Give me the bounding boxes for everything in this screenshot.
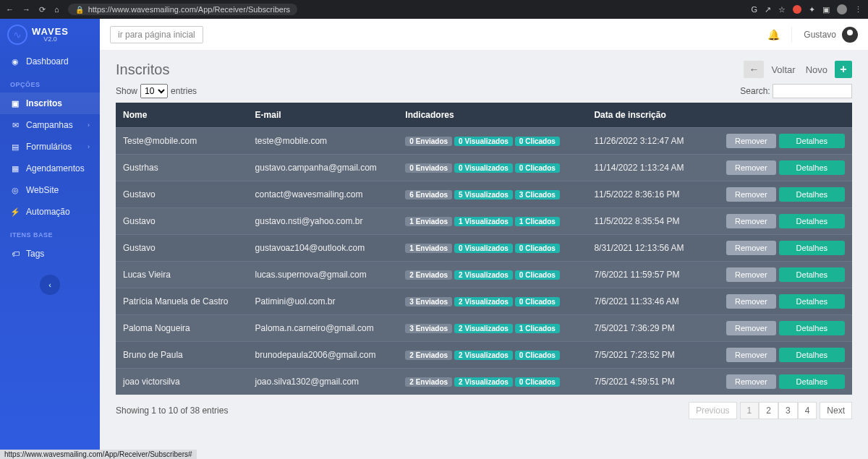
cell-actions: RemoverDetalhes [702, 208, 852, 235]
voltar-button[interactable]: Voltar [768, 64, 798, 75]
sidebar-item-label: Automação [26, 207, 70, 217]
sidebar-item-label: Inscritos [26, 98, 62, 108]
pagination-prev[interactable]: Previous [689, 402, 737, 419]
pagination-page[interactable]: 4 [798, 402, 817, 419]
remove-button[interactable]: Remover [726, 187, 776, 202]
menu-icon[interactable]: ⋮ [854, 5, 862, 14]
avatar-icon [842, 27, 858, 43]
back-button[interactable]: ← [744, 61, 764, 78]
col-nome[interactable]: Nome [116, 103, 248, 128]
forward-icon[interactable]: → [22, 5, 30, 14]
pagination-next[interactable]: Next [820, 402, 852, 419]
home-icon[interactable]: ⌂ [54, 5, 59, 14]
puzzle-icon[interactable]: ✦ [809, 5, 815, 14]
col-indicadores[interactable]: Indicadores [398, 103, 587, 128]
file-icon: ▤ [10, 142, 20, 152]
badge-clicados: 1 Clicados [515, 324, 560, 333]
sidebar-item-website[interactable]: ◎ WebSite [0, 179, 100, 201]
cell-email: gustavo.campanha@gmail.com [248, 155, 399, 181]
novo-button[interactable]: Novo [803, 64, 830, 75]
table-row: Gustavogustavoaz104@outlook.com1 Enviado… [116, 235, 852, 262]
user-menu[interactable]: Gustavo [791, 27, 858, 43]
chevron-right-icon: › [88, 121, 90, 129]
users-icon: ▣ [10, 99, 20, 108]
col-email[interactable]: E-mail [248, 103, 399, 128]
cell-indicadores: 1 Enviados0 Visualizados0 Clicados [398, 235, 587, 262]
sidebar-item-label: Formulários [26, 142, 72, 152]
sidebar-item-agendamentos[interactable]: ▦ Agendamentos [0, 158, 100, 179]
details-button[interactable]: Detalhes [779, 267, 845, 282]
sidebar-item-label: Tags [26, 249, 44, 259]
chevron-right-icon: › [88, 143, 90, 150]
lock-icon: 🔒 [75, 6, 84, 14]
pagination-page[interactable]: 1 [740, 402, 760, 419]
sidebar-item-tags[interactable]: 🏷 Tags [0, 243, 100, 265]
pagination-page[interactable]: 3 [778, 402, 798, 419]
envelope-icon: ✉ [10, 121, 20, 130]
remove-button[interactable]: Remover [726, 241, 776, 255]
table-row: Bruno de Paulabrunodepaula2006@gmail.com… [116, 342, 852, 369]
reload-icon[interactable]: ⟳ [39, 5, 46, 14]
window-icon[interactable]: ▣ [822, 5, 830, 14]
share-icon[interactable]: ↗ [765, 5, 771, 14]
bell-icon[interactable]: 🔔 [767, 29, 780, 40]
details-button[interactable]: Detalhes [779, 294, 845, 309]
gtranslate-icon[interactable]: G [751, 5, 757, 14]
remove-button[interactable]: Remover [726, 348, 776, 362]
table-controls: Show 10 entries Search: [100, 84, 868, 103]
cell-email: lucas.supernova@gmail.com [248, 262, 399, 288]
col-data[interactable]: Data de inscrição [587, 103, 702, 128]
ext-red-icon[interactable] [793, 5, 801, 14]
sidebar-item-formularios[interactable]: ▤ Formulários › [0, 136, 100, 158]
remove-button[interactable]: Remover [726, 134, 776, 148]
remove-button[interactable]: Remover [726, 321, 776, 335]
sidebar-item-campanhas[interactable]: ✉ Campanhas › [0, 114, 100, 136]
remove-button[interactable]: Remover [726, 160, 776, 175]
home-link[interactable]: ir para página inicial [110, 26, 203, 43]
badge-enviados: 3 Enviados [405, 297, 452, 306]
remove-button[interactable]: Remover [726, 214, 776, 228]
badge-clicados: 0 Clicados [515, 377, 560, 387]
details-button[interactable]: Detalhes [779, 187, 845, 202]
arrow-left-icon: ← [749, 64, 759, 75]
add-button[interactable]: + [835, 61, 852, 78]
sidebar-item-dashboard[interactable]: ◉ Dashboard [0, 51, 100, 72]
cell-data: 7/5/2021 4:59:51 PM [587, 369, 702, 395]
back-icon[interactable]: ← [6, 5, 14, 14]
profile-icon[interactable] [837, 4, 847, 14]
remove-button[interactable]: Remover [726, 294, 776, 309]
page-header: Inscritos ← Voltar Novo + [100, 51, 868, 84]
cell-data: 11/5/2022 8:35:54 PM [587, 208, 702, 235]
sidebar-item-automacao[interactable]: ⚡ Automação [0, 201, 100, 223]
sidebar-item-inscritos[interactable]: ▣ Inscritos [0, 93, 100, 114]
star-icon[interactable]: ☆ [778, 5, 786, 14]
search-input[interactable] [773, 84, 852, 98]
details-button[interactable]: Detalhes [779, 321, 845, 335]
badge-enviados: 2 Enviados [405, 351, 452, 360]
badge-visualizados: 2 Visualizados [454, 377, 513, 387]
cell-nome: Gustavo [116, 235, 248, 262]
logo-area[interactable]: ∿ WAVES V2.0 [0, 19, 100, 51]
sidebar-collapse-button[interactable]: ‹ [40, 275, 60, 295]
details-button[interactable]: Detalhes [779, 348, 845, 362]
pagination: Previous 1234 Next [689, 402, 852, 419]
cell-indicadores: 0 Enviados0 Visualizados0 Clicados [398, 128, 587, 155]
cell-indicadores: 2 Enviados2 Visualizados0 Clicados [398, 342, 587, 369]
details-button[interactable]: Detalhes [779, 374, 845, 389]
address-bar[interactable]: 🔒 https://www.wavesmailing.com/App/Recei… [68, 4, 297, 15]
details-button[interactable]: Detalhes [779, 160, 845, 175]
cell-actions: RemoverDetalhes [702, 181, 852, 208]
cell-email: Patimini@uol.com.br [248, 288, 399, 315]
badge-enviados: 1 Enviados [405, 217, 452, 226]
details-button[interactable]: Detalhes [779, 214, 845, 228]
status-bar: https://www.wavesmailing.com/App/Receive… [0, 450, 197, 459]
badge-visualizados: 2 Visualizados [454, 270, 513, 280]
cell-indicadores: 6 Enviados5 Visualizados3 Clicados [398, 181, 587, 208]
plus-icon: + [840, 63, 846, 75]
page-size-select[interactable]: 10 [140, 84, 168, 98]
details-button[interactable]: Detalhes [779, 241, 845, 255]
remove-button[interactable]: Remover [726, 374, 776, 389]
remove-button[interactable]: Remover [726, 267, 776, 282]
pagination-page[interactable]: 2 [759, 402, 778, 419]
details-button[interactable]: Detalhes [779, 134, 845, 148]
